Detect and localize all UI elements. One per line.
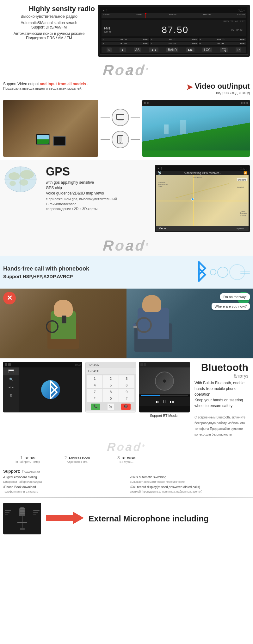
gps-section: GPS with gps app,highly sensitive GPS ch… [0, 160, 253, 235]
svg-rect-2 [118, 120, 123, 120]
mic-waves-left [5, 509, 11, 516]
bluetooth-icon [189, 260, 208, 284]
x-badge: ✕ [3, 292, 16, 304]
bt-number-labels: 1 BT Dial bt набирать номер 2 Address Bo… [3, 455, 250, 463]
dial-interface-label: Dial interface [86, 412, 136, 412]
handsfree-good-example: ✓ I'm on the way! Where are you now? [126, 289, 253, 358]
dial-number-display: 123456 [86, 368, 136, 374]
bt-main-screen: 08:12 🔍 ◄► 🗑 [3, 362, 82, 412]
gps-menu-bar: Menu Speed -- [156, 226, 249, 231]
dial-keypad: 1 2 3 4 5 6 7 8 9 * 0 # [86, 374, 136, 403]
video-images-row [0, 98, 253, 160]
bluetooth-call-section: Hands-free call with phonebook Support H… [0, 256, 253, 289]
support-items-grid: •Digital keyboard dialing Цифровая набор… [3, 475, 250, 494]
support-section: Support: Поддержка •Digital keyboard dia… [0, 467, 253, 497]
svg-point-5 [120, 142, 121, 143]
bt-main-content-area [19, 367, 82, 412]
radio-desc-ru: Автоматический поиск в ручном режиме Под… [3, 31, 95, 40]
bluetooth-title-block: Bluetooth блютуз With Buit-in Bluetooth,… [193, 362, 250, 437]
bt-sidebar: 🔍 ◄► 🗑 [3, 367, 19, 412]
svg-marker-14 [46, 512, 84, 524]
bt-label-1: 1 BT Dial bt набирать номер [3, 455, 52, 463]
speech-bubble-2: Where are you now? [212, 303, 250, 310]
support-item-2: •Calls automatic switching Вызывает авто… [130, 475, 250, 484]
svg-point-8 [20, 170, 34, 179]
microphone-section: External Microphone including [0, 498, 253, 539]
bt-music-label: Support BT Music [150, 414, 179, 418]
radio-frequency: 87.50 [120, 24, 230, 35]
gps-screen-header: 📡 Autodetecting GPS receiver... 📶 [156, 171, 249, 175]
svg-rect-4 [119, 136, 122, 142]
support-item-1: •Digital keyboard dialing Цифровая набор… [3, 475, 123, 484]
radio-presets: 187.50MHz 398.10MHz 5108.00MHz 290.10MHz… [102, 38, 246, 45]
tablet-icon [112, 131, 129, 148]
gps-map-display: Brisbane Hospital BrisbaneMagistratesCou… [156, 175, 249, 226]
bt-music-screen: ⏮ ⏸ ⏭ [139, 362, 190, 412]
bt-screens-row: 08:12 🔍 ◄► 🗑 [3, 362, 250, 437]
monitor-icon [112, 109, 129, 126]
radio-section: Highly sensity radio Высокочувствительно… [0, 0, 253, 60]
microphone-text: External Microphone including [89, 514, 250, 524]
svg-rect-1 [119, 119, 121, 120]
radio-title: Highly sensity radio [3, 5, 95, 13]
gps-text-block: GPS with gps app,highly sensitive GPS ch… [41, 165, 155, 212]
radio-desc1: Automatic&Manual station serach Support … [3, 21, 95, 29]
video-arrow: ➤ [186, 82, 193, 92]
bluetooth-features-section: 08:12 🔍 ◄► 🗑 [0, 358, 253, 467]
speech-bubble-1: I'm on the way! [220, 293, 250, 300]
road-logo-3: Road® [3, 440, 250, 454]
mic-arrow [46, 510, 84, 527]
video-text-left: Support Video output and input from all … [3, 82, 184, 91]
road-logo-2: Road® [0, 235, 253, 256]
video-text-right: Video out/input видеовыход и вход [195, 82, 250, 95]
bt-sound-waves [210, 264, 245, 280]
mic-waves-right [33, 509, 40, 516]
handsfree-section: ✕ ✓ I'm on the way! Where ar [0, 289, 253, 358]
dial-interface-screen: 123456 123456 1 2 3 4 5 6 7 8 9 * 0 # 📞 … [85, 362, 136, 412]
music-progress-bar [141, 395, 188, 396]
gps-map-icon [3, 165, 41, 195]
radio-main-display: FM1 None 87.50 TA. TP. ST [102, 23, 246, 36]
radio-subtitle-ru: Высокочувствительное радио [3, 14, 95, 19]
bt-icon-area [189, 260, 250, 284]
svg-point-7 [9, 172, 20, 180]
bt-label-2: 2 Address Book Адресная книга [52, 455, 102, 463]
bt-music-column: ⏮ ⏸ ⏭ Support BT Music [139, 362, 190, 437]
radio-controls: ⌂ ▲ AS ◄◄ BAND ▶▶ LOC EQ ↩ [102, 47, 246, 53]
handsfree-bad-example: ✕ [0, 289, 126, 358]
music-album-art [139, 367, 190, 394]
radio-text-block: Highly sensity radio Высокочувствительно… [3, 5, 98, 40]
video-section: Support Video output and input from all … [0, 80, 253, 98]
bt-call-text: Hands-free call with phonebook Support H… [3, 265, 189, 279]
support-item-4: •Call record display(missed,answered,dia… [130, 485, 250, 494]
radio-screen: ● ⋮ □ △ ○ 90.0095.00100.00105.00110.00 R… [98, 5, 250, 57]
freq-scale-bar: 90.0095.00100.00105.00110.00 [102, 13, 246, 18]
video-screen-image [142, 100, 250, 157]
microphone-image [3, 503, 41, 534]
bt-label-3: 3 BT Music BT Музы... [102, 455, 151, 463]
microphone-visual [17, 507, 27, 530]
gps-screen: ● ⋮ □ △ ○ 📡 Autodetecting GPS receiver..… [155, 165, 250, 232]
svg-point-10 [9, 181, 16, 186]
svg-rect-0 [116, 114, 124, 119]
bt-bottom-bar [3, 412, 82, 412]
music-controls: ⏮ ⏸ ⏭ [139, 397, 190, 406]
video-car-image [3, 100, 98, 157]
video-connection-icons [101, 109, 139, 148]
support-item-3: •Phone Book download Телефонная книга ск… [3, 485, 123, 494]
road-logo-1: Road® [0, 60, 253, 80]
